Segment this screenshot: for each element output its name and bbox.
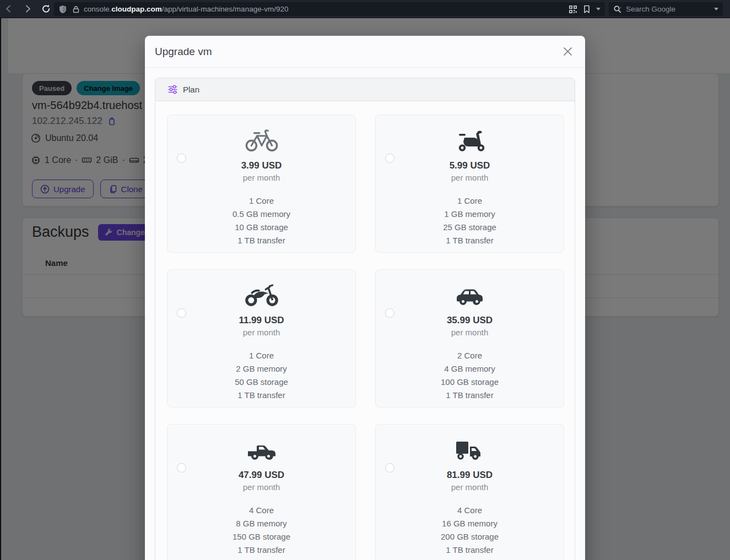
plan-spec: 2 GB memory bbox=[167, 362, 355, 376]
plan-radio[interactable] bbox=[177, 463, 186, 472]
plan-spec: 1 TB transfer bbox=[376, 389, 564, 402]
plan-price: 81.99 USD bbox=[376, 470, 564, 481]
plan-spec: 1 Core bbox=[167, 194, 355, 208]
reload-button[interactable] bbox=[39, 2, 53, 16]
plan-spec: 1 TB transfer bbox=[167, 543, 355, 557]
reload-icon bbox=[41, 4, 51, 14]
bookmark-dropdown-caret-icon[interactable] bbox=[596, 8, 601, 10]
plan-period: per month bbox=[167, 482, 355, 492]
adjustments-icon bbox=[167, 84, 178, 95]
plan-radio[interactable] bbox=[385, 308, 394, 318]
plan-spec: 150 GB storage bbox=[167, 530, 355, 543]
scooter-icon bbox=[454, 128, 486, 153]
plan-grid: 3.99 USD per month 1 Core 0.5 GB memory … bbox=[155, 101, 575, 560]
search-engine-icon[interactable] bbox=[613, 5, 623, 14]
plan-card-81-99[interactable]: 81.99 USD per month 4 Core 16 GB memory … bbox=[375, 424, 564, 560]
plan-radio[interactable] bbox=[177, 308, 186, 318]
plan-price: 47.99 USD bbox=[167, 470, 355, 481]
bicycle-icon bbox=[245, 128, 278, 153]
close-button[interactable] bbox=[561, 45, 574, 58]
plan-spec: 1 TB transfer bbox=[376, 543, 564, 557]
forward-icon bbox=[23, 4, 33, 14]
close-icon bbox=[563, 47, 572, 56]
plan-spec: 1 Core bbox=[376, 194, 564, 208]
plan-period: per month bbox=[376, 173, 564, 182]
plan-period: per month bbox=[167, 173, 355, 182]
forward-button[interactable] bbox=[20, 2, 35, 16]
plan-spec: 1 TB transfer bbox=[376, 234, 564, 247]
lock-icon bbox=[72, 5, 80, 14]
plan-price: 5.99 USD bbox=[376, 160, 564, 171]
plan-card-47-99[interactable]: 47.99 USD per month 4 Core 8 GB memory 1… bbox=[167, 424, 356, 560]
pickup-truck-icon bbox=[246, 440, 278, 462]
plan-period: per month bbox=[167, 328, 355, 337]
plan-period: per month bbox=[376, 328, 564, 337]
search-input[interactable]: Search Google bbox=[609, 2, 723, 16]
modal-title: Upgrade vm bbox=[155, 46, 212, 58]
plan-spec: 4 Core bbox=[376, 504, 564, 517]
plan-spec: 0.5 GB memory bbox=[167, 208, 355, 221]
plan-spec: 1 GB memory bbox=[376, 208, 564, 221]
car-icon bbox=[454, 285, 486, 307]
plan-radio[interactable] bbox=[385, 154, 394, 163]
plan-spec: 8 GB memory bbox=[167, 517, 355, 530]
plan-spec: 50 GB storage bbox=[167, 376, 355, 389]
plan-card-5-99[interactable]: 5.99 USD per month 1 Core 1 GB memory 25… bbox=[375, 115, 564, 253]
browser-toolbar: console.cloudpap.com/app/virtual-machine… bbox=[0, 0, 730, 18]
plan-spec: 2 Core bbox=[376, 349, 564, 362]
plan-spec: 1 TB transfer bbox=[167, 389, 355, 402]
plan-spec: 100 GB storage bbox=[376, 376, 564, 389]
plan-spec: 16 GB memory bbox=[376, 517, 564, 530]
plan-price: 3.99 USD bbox=[167, 160, 355, 171]
shield-icon[interactable] bbox=[58, 5, 67, 14]
plan-period: per month bbox=[376, 482, 564, 492]
plan-radio[interactable] bbox=[385, 463, 394, 472]
url-text: console.cloudpap.com/app/virtual-machine… bbox=[84, 5, 564, 13]
plan-section-label: Plan bbox=[183, 85, 199, 94]
plan-spec: 1 Core bbox=[167, 349, 355, 362]
truck-icon bbox=[454, 439, 486, 462]
plan-spec: 4 Core bbox=[167, 504, 355, 517]
upgrade-vm-modal: Upgrade vm Plan bbox=[145, 36, 585, 560]
plan-spec: 10 GB storage bbox=[167, 221, 355, 234]
search-dropdown-caret-icon[interactable] bbox=[714, 8, 718, 10]
plan-card-11-99[interactable]: 11.99 USD per month 1 Core 2 GB memory 5… bbox=[167, 269, 356, 407]
back-icon bbox=[4, 4, 14, 14]
plan-radio[interactable] bbox=[177, 154, 186, 163]
qr-code-icon[interactable] bbox=[569, 5, 577, 14]
search-placeholder: Search Google bbox=[626, 5, 714, 13]
plan-price: 11.99 USD bbox=[167, 315, 355, 326]
plan-price: 35.99 USD bbox=[376, 315, 564, 326]
plan-spec: 200 GB storage bbox=[376, 530, 564, 543]
motorcycle-icon bbox=[245, 283, 278, 307]
back-button[interactable] bbox=[2, 2, 16, 16]
plan-spec: 4 GB memory bbox=[376, 362, 564, 376]
plan-section: Plan bbox=[155, 78, 575, 560]
address-bar[interactable]: console.cloudpap.com/app/virtual-machine… bbox=[54, 2, 605, 16]
plan-spec: 25 GB storage bbox=[376, 221, 564, 234]
plan-card-35-99[interactable]: 35.99 USD per month 2 Core 4 GB memory 1… bbox=[375, 269, 564, 407]
plan-spec: 1 TB transfer bbox=[167, 234, 355, 247]
bookmark-icon[interactable] bbox=[583, 5, 591, 14]
plan-card-3-99[interactable]: 3.99 USD per month 1 Core 0.5 GB memory … bbox=[167, 115, 356, 253]
